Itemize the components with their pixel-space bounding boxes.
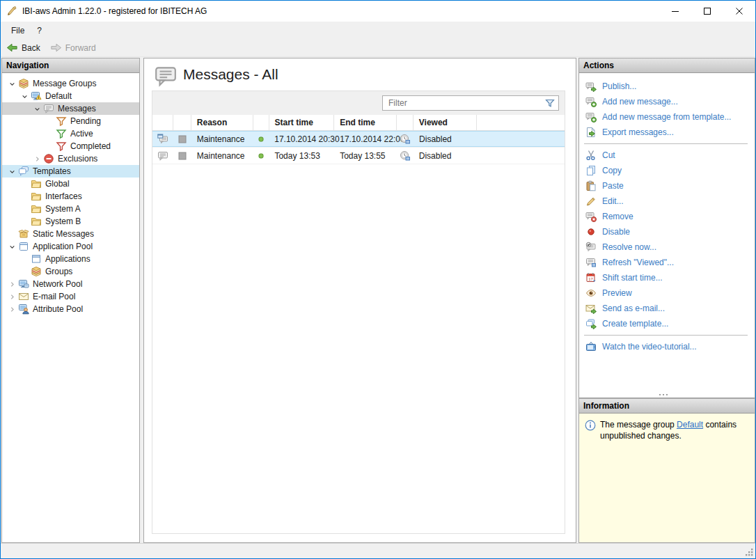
action-copy[interactable]: Copy xyxy=(579,163,755,178)
action-label: Add new message... xyxy=(602,97,678,107)
tree-item-interfaces[interactable]: Interfaces xyxy=(2,190,139,203)
no-expander xyxy=(19,191,31,202)
navigation-tree: Message GroupsDefaultMessagesPendingActi… xyxy=(2,73,139,315)
tree-item-network-pool[interactable]: Network Pool xyxy=(2,278,139,290)
action-shift-start-time[interactable]: 17Shift start time... xyxy=(579,270,755,285)
chevron-down-icon[interactable] xyxy=(6,241,18,252)
tree-item-static-messages[interactable]: Static Messages xyxy=(2,228,139,240)
maximize-button[interactable] xyxy=(691,1,723,22)
tree-item-active[interactable]: Active xyxy=(2,127,139,140)
back-button[interactable]: Back xyxy=(6,42,40,54)
tree-item-default[interactable]: Default xyxy=(2,90,139,102)
tree-item-pending[interactable]: Pending xyxy=(2,115,139,127)
action-paste[interactable]: Paste xyxy=(579,178,755,194)
action-send-as-e-mail[interactable]: Send as e-mail... xyxy=(579,301,755,316)
actions-info-splitter[interactable] xyxy=(579,391,755,397)
default-group-link[interactable]: Default xyxy=(677,420,703,430)
exclusion-icon xyxy=(43,153,54,164)
information-header: Information xyxy=(579,399,755,414)
action-refresh-viewed[interactable]: Refresh "Viewed"... xyxy=(579,255,755,270)
tree-item-label: Groups xyxy=(42,267,72,276)
chevron-right-icon[interactable] xyxy=(31,153,43,164)
templates-icon xyxy=(18,166,29,177)
action-preview[interactable]: Preview xyxy=(579,285,755,301)
tree-item-label: Message Groups xyxy=(29,79,96,88)
column-header-reason[interactable]: Reason xyxy=(191,115,253,130)
viewed-clock-icon xyxy=(400,150,411,162)
chevron-down-icon[interactable] xyxy=(6,78,18,89)
action-label: Cut xyxy=(602,150,615,160)
tree-item-messages[interactable]: Messages xyxy=(2,102,139,115)
chevron-right-icon[interactable] xyxy=(6,304,18,315)
gray-square-icon xyxy=(177,134,188,145)
tree-item-application-pool[interactable]: Application Pool xyxy=(2,240,139,253)
column-header-blank-3 xyxy=(253,115,269,130)
action-cut[interactable]: Cut xyxy=(579,148,755,163)
table-row[interactable]: Maintenance17.10.2014 20:3017.10.2014 22… xyxy=(152,131,565,148)
menu-help[interactable]: ? xyxy=(31,23,48,38)
column-header-end-time[interactable]: End time xyxy=(334,115,397,130)
chevron-right-icon[interactable] xyxy=(6,291,18,302)
action-edit[interactable]: Edit... xyxy=(579,194,755,209)
action-export-messages[interactable]: Export messages... xyxy=(579,125,755,140)
action-publish[interactable]: Publish... xyxy=(579,79,755,94)
applications-icon xyxy=(31,253,42,265)
filter-input[interactable] xyxy=(383,98,544,108)
action-remove[interactable]: Remove xyxy=(579,209,755,224)
chevron-down-icon[interactable] xyxy=(31,103,43,114)
network-pool-icon xyxy=(18,278,29,290)
column-header-viewed[interactable]: Viewed xyxy=(414,115,478,130)
cell-end-time: 17.10.2014 22:00 xyxy=(334,131,397,147)
tree-item-label: Pending xyxy=(67,116,101,126)
action-create-template[interactable]: Create template... xyxy=(579,316,755,331)
action-add-new-message-from-template[interactable]: Add new message from template... xyxy=(579,109,755,125)
tree-item-exclusions[interactable]: Exclusions xyxy=(2,152,139,165)
tree-item-attribute-pool[interactable]: Attribute Pool xyxy=(2,303,139,315)
filter-funnel-icon[interactable] xyxy=(544,97,556,109)
no-expander xyxy=(19,253,31,265)
close-icon xyxy=(736,8,743,15)
message-icon xyxy=(43,103,54,114)
tree-item-system-b[interactable]: System B xyxy=(2,215,139,228)
cell-start-time: Today 13:53 xyxy=(269,148,334,164)
window-resize-grip[interactable] xyxy=(745,548,754,557)
action-disable[interactable]: Disable xyxy=(579,224,755,239)
info-text-before: The message group xyxy=(600,420,677,430)
tree-item-completed[interactable]: Completed xyxy=(2,140,139,152)
no-expander xyxy=(6,228,18,239)
tree-item-global[interactable]: Global xyxy=(2,178,139,190)
chevron-right-icon[interactable] xyxy=(6,278,18,290)
action-resolve-now[interactable]: Resolve now... xyxy=(579,239,755,255)
publish-icon xyxy=(585,81,597,92)
minimize-button[interactable] xyxy=(659,1,691,22)
edit-icon xyxy=(585,196,597,207)
action-watch-the-video-tutorial[interactable]: Watch the video-tutorial... xyxy=(579,339,755,354)
messages-title-icon xyxy=(154,64,178,88)
chevron-down-icon[interactable] xyxy=(19,90,31,102)
tree-item-label: Exclusions xyxy=(54,154,97,164)
folder-icon xyxy=(31,191,42,202)
action-label: Remove xyxy=(602,212,633,221)
action-label: Paste xyxy=(602,181,624,191)
menu-file[interactable]: File xyxy=(5,23,31,38)
disable-icon xyxy=(585,226,597,237)
separator xyxy=(584,143,748,144)
close-button[interactable] xyxy=(723,1,755,22)
tree-item-applications[interactable]: Applications xyxy=(2,253,139,265)
tree-item-message-groups[interactable]: Message Groups xyxy=(2,77,139,90)
action-label: Refresh "Viewed"... xyxy=(602,258,674,267)
chevron-down-icon[interactable] xyxy=(6,166,18,177)
minimize-icon xyxy=(672,8,679,15)
tree-item-system-a[interactable]: System A xyxy=(2,203,139,215)
tree-item-e-mail-pool[interactable]: E-mail Pool xyxy=(2,290,139,303)
tree-item-groups[interactable]: Groups xyxy=(2,265,139,278)
no-expander xyxy=(19,266,31,277)
information-body: The message group Default contains unpub… xyxy=(579,414,755,542)
action-add-new-message[interactable]: Add new message... xyxy=(579,94,755,109)
tree-item-label: Messages xyxy=(54,104,96,113)
resolve-icon xyxy=(585,242,597,253)
table-row[interactable]: MaintenanceToday 13:53Today 13:55Disable… xyxy=(152,148,565,164)
forward-button[interactable]: Forward xyxy=(50,42,96,54)
tree-item-templates[interactable]: Templates xyxy=(2,165,139,178)
column-header-start-time[interactable]: Start time xyxy=(269,115,335,130)
